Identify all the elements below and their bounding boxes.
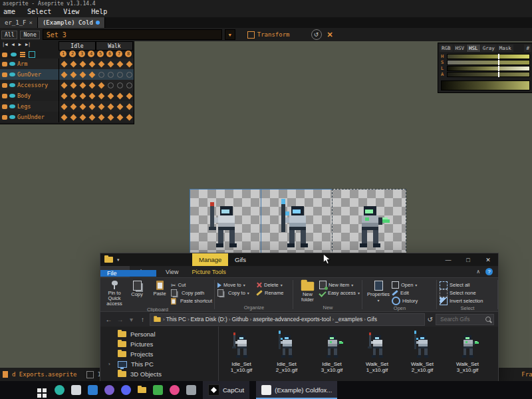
close-panel-icon[interactable]: ✕	[327, 31, 333, 39]
layer-row-arm[interactable]: Arm	[0, 59, 134, 69]
lock-icon[interactable]	[2, 62, 7, 66]
color-slider-s[interactable]: S	[441, 59, 530, 65]
layer-row-accessory[interactable]: Accessory	[0, 80, 134, 90]
taskbar-app-blue-icon[interactable]	[88, 385, 98, 395]
taskbar-app-green-icon[interactable]	[153, 385, 163, 395]
cel-accessory-2[interactable]	[68, 80, 78, 90]
slider-bar[interactable]	[447, 72, 530, 77]
minimize-button[interactable]: —	[438, 253, 458, 266]
cel-accessory-4[interactable]	[87, 80, 96, 90]
back-icon[interactable]: ←	[104, 316, 113, 323]
taskbar-explorer-icon[interactable]	[138, 387, 146, 393]
history-dropdown-icon[interactable]: ▾	[127, 316, 136, 323]
file-tab-1[interactable]: er_1_F ×	[0, 17, 38, 28]
cel-legs-6[interactable]	[106, 101, 115, 112]
prev-frame-button[interactable]: ◀	[11, 42, 14, 47]
select-all-button[interactable]: Select all	[440, 281, 483, 289]
grid-icon[interactable]	[29, 51, 35, 58]
file-item-idle-set-3-x10-gif[interactable]: Idle_Set 3_x10.gif	[311, 331, 353, 373]
invert-selection-button[interactable]: Invert selection	[440, 297, 483, 305]
lock-icon[interactable]	[2, 53, 7, 57]
history-button[interactable]: History	[392, 297, 418, 305]
cel-gununder-1[interactable]	[59, 112, 68, 122]
menu-select[interactable]: Select	[25, 7, 53, 16]
search-input[interactable]	[439, 315, 483, 323]
frame-header-5[interactable]: 5	[96, 50, 105, 58]
frame-header-7[interactable]: 7	[114, 50, 124, 58]
maximize-button[interactable]: □	[458, 253, 478, 266]
cel-gunover-2[interactable]	[68, 69, 78, 80]
cel-accessory-5[interactable]	[96, 80, 106, 90]
frame-header-8[interactable]: 8	[124, 50, 133, 58]
close-icon[interactable]: ×	[29, 19, 33, 26]
cel-body-8[interactable]	[124, 90, 134, 101]
file-item-idle-set-1-x10-gif[interactable]: Idle_Set 1_x10.gif	[220, 331, 263, 373]
taskbar-app-purple-icon[interactable]	[104, 385, 114, 395]
slider-bar[interactable]	[447, 60, 530, 65]
delete-button[interactable]: Delete ▾	[256, 281, 283, 289]
lock-icon[interactable]	[2, 94, 7, 98]
cel-arm-8[interactable]	[124, 59, 134, 69]
timeline-tag-idle[interactable]: Idle	[59, 41, 96, 51]
properties-button[interactable]: Properties ▾	[365, 279, 392, 305]
color-tab-hsl[interactable]: HSL	[467, 45, 480, 52]
cel-gununder-3[interactable]	[78, 112, 87, 122]
new-folder-button[interactable]: New folder	[296, 279, 319, 304]
eye-icon[interactable]	[9, 115, 15, 119]
tab-view[interactable]: View	[159, 266, 185, 277]
taskbar-window-example-coldfox[interactable]: (Example) Coldfox...	[256, 381, 337, 399]
taskbar-app-teal-icon[interactable]	[55, 385, 65, 395]
manage-tab[interactable]: Manage	[192, 253, 228, 266]
cel-gununder-4[interactable]	[87, 112, 96, 122]
paste-shortcut-button[interactable]: Paste shortcut	[171, 297, 212, 305]
frame-header-4[interactable]: 4	[86, 50, 96, 58]
cel-accessory-1[interactable]	[59, 80, 68, 90]
eye-icon[interactable]	[9, 72, 15, 76]
cel-body-1[interactable]	[59, 90, 68, 101]
file-tab-2[interactable]: (Example) Cold	[38, 17, 105, 28]
frame-header-6[interactable]: 6	[105, 50, 114, 58]
forward-icon[interactable]: →	[116, 316, 124, 323]
taskbar-app-light-icon[interactable]	[71, 385, 81, 395]
breadcrumb-item-extra-disk-d[interactable]: Extra Disk (D:)	[191, 316, 227, 323]
up-icon[interactable]: ↑	[138, 316, 147, 323]
sidebar-item-pictures[interactable]: Pictures	[100, 339, 218, 349]
frame-header-1[interactable]: 1	[59, 50, 68, 58]
cel-body-7[interactable]	[115, 90, 124, 101]
qat-dropdown-icon[interactable]: ▾	[117, 257, 120, 263]
select-none-button[interactable]: Select none	[440, 289, 483, 297]
cel-legs-8[interactable]	[124, 101, 134, 112]
eye-icon[interactable]	[9, 83, 15, 87]
slider-handle[interactable]	[498, 54, 499, 59]
set-dropdown[interactable]: Set 3	[43, 29, 222, 40]
move-to-button[interactable]: Move to ▾	[217, 281, 256, 289]
sidebar-item-projects[interactable]: Projects	[100, 349, 218, 359]
taskbar-app-indigo-icon[interactable]	[121, 385, 131, 395]
sidebar-item-3d-objects[interactable]: 3D Objects	[100, 369, 218, 379]
copy-path-button[interactable]: Copy path	[171, 289, 212, 297]
new-item-button[interactable]: New item ▾	[319, 281, 360, 289]
chevron-icon[interactable]: ›	[108, 361, 114, 367]
lock-icon[interactable]	[2, 83, 7, 88]
sidebar-item-this-pc[interactable]: ›This PC	[100, 359, 218, 369]
cel-arm-5[interactable]	[96, 59, 106, 69]
taskbar-window-capcut[interactable]: CapCut	[203, 381, 249, 399]
last-frame-button[interactable]: ▶|	[25, 42, 31, 47]
color-slider-h[interactable]: H	[441, 53, 530, 59]
none-button[interactable]: None	[20, 31, 39, 39]
breadcrumb-item-gifs[interactable]: Gifs	[367, 316, 377, 323]
shade-strip[interactable]	[441, 80, 530, 90]
easy-access-button[interactable]: Easy access ▾	[319, 289, 360, 297]
tab-file[interactable]: File	[100, 270, 156, 277]
cel-legs-2[interactable]	[68, 101, 78, 112]
file-item-walk-set-2-x10-gif[interactable]: Walk_Set 2_x10.gif	[401, 331, 444, 373]
taskbar-app-gray-icon[interactable]	[186, 385, 196, 395]
cel-accessory-3[interactable]	[78, 80, 87, 90]
cel-gununder-6[interactable]	[106, 112, 115, 122]
next-frame-button[interactable]: ▶	[19, 42, 21, 47]
cel-legs-1[interactable]	[59, 101, 68, 112]
cel-arm-3[interactable]	[78, 59, 87, 69]
file-item-walk-set-3-x10-gif[interactable]: Walk_Set 3_x10.gif	[446, 331, 489, 373]
color-slider-a[interactable]: A	[441, 71, 530, 77]
menu-ame[interactable]: ame	[1, 7, 17, 16]
